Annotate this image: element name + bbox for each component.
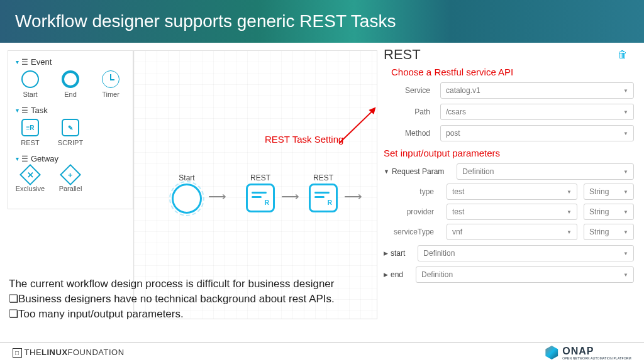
onap-logo: ONAPOPEN NETWORK AUTOMATION PLATFORM <box>545 346 631 360</box>
param-provider-type[interactable]: String <box>584 204 634 220</box>
param-type-value[interactable]: test <box>447 184 577 200</box>
rest-box-icon: ≡R <box>21 119 39 136</box>
palette-section-task[interactable]: ☰Task <box>16 106 125 115</box>
annotation-arrow-line <box>338 111 373 144</box>
chevron-right-icon[interactable]: ▶ <box>384 250 388 256</box>
flow-arrow-icon: ⟶ <box>344 189 362 204</box>
collapsed-start-mode[interactable]: Definition <box>418 245 634 261</box>
chevron-right-icon[interactable]: ▶ <box>384 272 388 278</box>
chevron-down-icon[interactable]: ▼ <box>384 168 389 175</box>
collapsed-start-label: start <box>391 249 405 258</box>
flow-arrow-icon: ⟶ <box>208 189 226 204</box>
path-label: Path <box>384 107 440 116</box>
parallel-diamond-icon: + <box>60 164 81 185</box>
script-box-icon: ✎ <box>62 119 79 136</box>
rest-node-1-shape: R <box>246 184 275 212</box>
slide-title: Workflow designer supports generic REST … <box>0 0 644 43</box>
notes-bullet-1: ❏Business designers have no technical ba… <box>9 292 335 307</box>
method-select[interactable]: post <box>440 125 634 141</box>
param-servicetype-label: serviceType <box>384 228 440 236</box>
onap-hex-icon <box>545 346 558 359</box>
request-param-mode-select[interactable]: Definition <box>457 163 634 180</box>
collapsed-end-label: end <box>391 270 403 279</box>
palette-section-gateway[interactable]: ☰Getway <box>16 154 125 163</box>
service-label: Service <box>384 86 440 95</box>
delete-icon[interactable]: 🗑 <box>618 49 628 60</box>
rest-node-2-shape: R <box>309 184 338 212</box>
palette-parallel-gateway[interactable]: +Parallel <box>56 167 85 192</box>
start-node-shape <box>172 184 202 214</box>
param-provider-label: provider <box>384 207 440 216</box>
path-select[interactable]: /csars <box>440 104 634 120</box>
canvas-rest-node-1[interactable]: REST R <box>246 173 275 212</box>
notes-bullet-2: ❏Too many input/output parameters. <box>9 307 335 322</box>
palette-rest-task[interactable]: ≡RREST <box>16 119 45 146</box>
param-type-type[interactable]: String <box>584 184 634 200</box>
palette-start-event[interactable]: Start <box>16 70 45 98</box>
annotation-rest-setting: REST Task Setting <box>265 134 343 145</box>
start-circle-icon <box>21 70 39 88</box>
config-heading-params: Set input/output parameters <box>384 148 634 158</box>
param-provider-value[interactable]: test <box>447 204 577 220</box>
param-servicetype-value[interactable]: vnf <box>447 224 577 240</box>
config-panel: REST 🗑 Choose a Restful service API Serv… <box>377 43 644 319</box>
method-label: Method <box>384 129 440 138</box>
param-servicetype-type[interactable]: String <box>584 224 634 240</box>
service-select[interactable]: catalog.v1 <box>440 82 634 99</box>
config-heading-api: Choose a Restful service API <box>391 67 634 77</box>
palette-timer-event[interactable]: Timer <box>96 70 125 98</box>
canvas-rest-node-2[interactable]: REST R <box>309 173 338 212</box>
palette-end-event[interactable]: End <box>56 70 85 98</box>
request-param-label: Request Param <box>392 167 444 176</box>
notes-line-1: The current workflow design process is d… <box>9 277 335 292</box>
footer: □THELINUXFOUNDATION ONAPOPEN NETWORK AUT… <box>0 342 644 362</box>
linux-foundation-logo: □THELINUXFOUNDATION <box>13 348 125 358</box>
end-circle-icon <box>62 70 79 88</box>
config-title: REST <box>384 47 421 63</box>
canvas-start-node[interactable]: Start <box>172 173 202 214</box>
exclusive-diamond-icon: ✕ <box>19 164 41 185</box>
palette-script-task[interactable]: ✎SCRIPT <box>56 119 85 146</box>
flow-arrow-icon: ⟶ <box>281 189 299 204</box>
palette-exclusive-gateway[interactable]: ✕Exclusive <box>16 167 45 192</box>
collapsed-end-mode[interactable]: Definition <box>416 266 634 283</box>
rest-node-2-label: REST <box>313 173 333 182</box>
param-type-label: type <box>384 187 440 196</box>
palette-section-event[interactable]: ☰Event <box>16 57 125 67</box>
rest-node-1-label: REST <box>250 173 270 182</box>
palette-panel: ☰Event Start End Timer ☰Task ≡RREST ✎SCR… <box>8 50 133 209</box>
timer-icon <box>102 70 119 88</box>
notes-block: The current workflow design process is d… <box>9 277 335 321</box>
start-node-label: Start <box>179 173 194 182</box>
